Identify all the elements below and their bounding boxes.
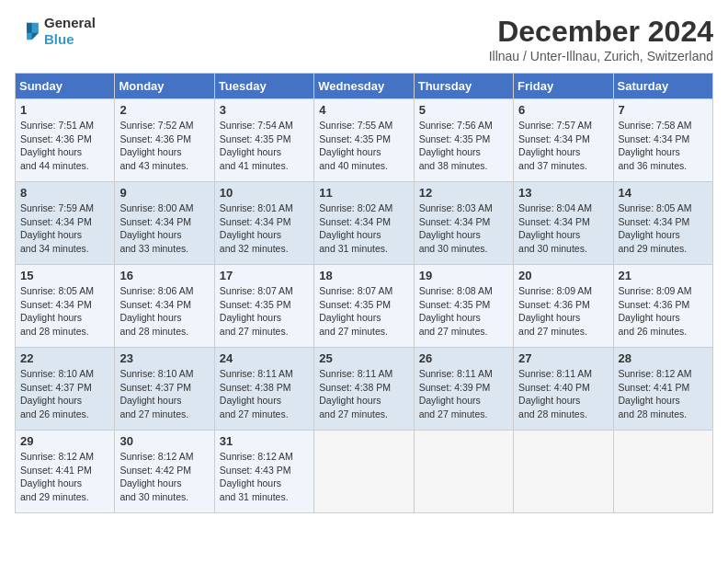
day-detail: Sunrise: 8:10 AMSunset: 4:37 PMDaylight … bbox=[119, 368, 193, 419]
day-detail: Sunrise: 8:04 AMSunset: 4:34 PMDaylight … bbox=[518, 202, 592, 254]
calendar-cell: 30 Sunrise: 8:12 AMSunset: 4:42 PMDaylig… bbox=[115, 431, 214, 513]
day-number: 22 bbox=[20, 351, 109, 365]
day-detail: Sunrise: 7:52 AMSunset: 4:36 PMDaylight … bbox=[119, 120, 193, 171]
calendar-cell: 17 Sunrise: 8:07 AMSunset: 4:35 PMDaylig… bbox=[214, 265, 313, 348]
calendar-week-5: 29 Sunrise: 8:12 AMSunset: 4:41 PMDaylig… bbox=[16, 431, 713, 513]
day-number: 27 bbox=[518, 351, 608, 365]
calendar-cell bbox=[314, 431, 414, 513]
weekday-header-wednesday: Wednesday bbox=[314, 74, 414, 99]
day-number: 31 bbox=[220, 434, 309, 448]
day-detail: Sunrise: 8:11 AMSunset: 4:38 PMDaylight … bbox=[319, 368, 392, 419]
calendar-week-3: 15 Sunrise: 8:05 AMSunset: 4:34 PMDaylig… bbox=[16, 265, 713, 348]
day-detail: Sunrise: 8:11 AMSunset: 4:40 PMDaylight … bbox=[518, 368, 592, 419]
calendar-cell: 26 Sunrise: 8:11 AMSunset: 4:39 PMDaylig… bbox=[414, 348, 513, 431]
day-detail: Sunrise: 7:55 AMSunset: 4:35 PMDaylight … bbox=[319, 120, 392, 171]
logo: General Blue bbox=[15, 15, 96, 48]
day-number: 25 bbox=[319, 351, 408, 365]
day-detail: Sunrise: 7:54 AMSunset: 4:35 PMDaylight … bbox=[220, 120, 293, 171]
month-title: December 2024 bbox=[489, 15, 713, 49]
calendar-cell: 16 Sunrise: 8:06 AMSunset: 4:34 PMDaylig… bbox=[115, 265, 214, 348]
day-detail: Sunrise: 8:00 AMSunset: 4:34 PMDaylight … bbox=[119, 202, 193, 254]
calendar-cell: 22 Sunrise: 8:10 AMSunset: 4:37 PMDaylig… bbox=[16, 348, 115, 431]
day-detail: Sunrise: 8:10 AMSunset: 4:37 PMDaylight … bbox=[20, 368, 94, 419]
day-detail: Sunrise: 7:59 AMSunset: 4:34 PMDaylight … bbox=[20, 202, 94, 254]
logo-text-general: General bbox=[44, 15, 96, 30]
day-detail: Sunrise: 8:07 AMSunset: 4:35 PMDaylight … bbox=[220, 285, 293, 337]
calendar-cell: 28 Sunrise: 8:12 AMSunset: 4:41 PMDaylig… bbox=[613, 348, 712, 431]
day-number: 17 bbox=[220, 269, 309, 282]
day-detail: Sunrise: 8:02 AMSunset: 4:34 PMDaylight … bbox=[319, 202, 392, 254]
day-number: 30 bbox=[119, 434, 209, 448]
day-detail: Sunrise: 8:03 AMSunset: 4:34 PMDaylight … bbox=[419, 202, 493, 254]
day-number: 28 bbox=[619, 351, 708, 365]
day-detail: Sunrise: 7:56 AMSunset: 4:35 PMDaylight … bbox=[419, 120, 493, 171]
calendar-cell: 29 Sunrise: 8:12 AMSunset: 4:41 PMDaylig… bbox=[16, 431, 115, 513]
day-detail: Sunrise: 8:12 AMSunset: 4:42 PMDaylight … bbox=[119, 451, 193, 502]
day-number: 26 bbox=[419, 351, 508, 365]
day-detail: Sunrise: 7:57 AMSunset: 4:34 PMDaylight … bbox=[518, 120, 592, 171]
weekday-header-friday: Friday bbox=[514, 74, 613, 99]
day-detail: Sunrise: 8:12 AMSunset: 4:43 PMDaylight … bbox=[220, 451, 293, 502]
svg-marker-1 bbox=[27, 23, 32, 33]
calendar-cell bbox=[613, 431, 712, 513]
day-detail: Sunrise: 8:05 AMSunset: 4:34 PMDaylight … bbox=[619, 202, 692, 254]
day-detail: Sunrise: 8:12 AMSunset: 4:41 PMDaylight … bbox=[20, 451, 94, 502]
day-number: 5 bbox=[419, 103, 508, 117]
calendar-cell: 12 Sunrise: 8:03 AMSunset: 4:34 PMDaylig… bbox=[414, 182, 513, 265]
day-number: 15 bbox=[20, 269, 109, 282]
calendar-cell bbox=[514, 431, 613, 513]
day-number: 19 bbox=[419, 269, 508, 282]
calendar-cell: 4 Sunrise: 7:55 AMSunset: 4:35 PMDayligh… bbox=[314, 99, 414, 182]
title-block: December 2024 Illnau / Unter-Illnau, Zur… bbox=[489, 15, 713, 63]
calendar-cell: 14 Sunrise: 8:05 AMSunset: 4:34 PMDaylig… bbox=[613, 182, 712, 265]
calendar-cell: 27 Sunrise: 8:11 AMSunset: 4:40 PMDaylig… bbox=[514, 348, 613, 431]
day-number: 13 bbox=[518, 186, 608, 200]
day-number: 20 bbox=[518, 269, 608, 282]
calendar-cell: 1 Sunrise: 7:51 AMSunset: 4:36 PMDayligh… bbox=[16, 99, 115, 182]
calendar-cell: 5 Sunrise: 7:56 AMSunset: 4:35 PMDayligh… bbox=[414, 99, 513, 182]
calendar-cell: 15 Sunrise: 8:05 AMSunset: 4:34 PMDaylig… bbox=[16, 265, 115, 348]
day-number: 14 bbox=[619, 186, 708, 200]
logo-text-blue: Blue bbox=[44, 31, 74, 47]
calendar-cell: 19 Sunrise: 8:08 AMSunset: 4:35 PMDaylig… bbox=[414, 265, 513, 348]
calendar-week-2: 8 Sunrise: 7:59 AMSunset: 4:34 PMDayligh… bbox=[16, 182, 713, 265]
day-number: 21 bbox=[619, 269, 708, 282]
day-number: 3 bbox=[220, 103, 309, 117]
day-number: 12 bbox=[419, 186, 508, 200]
calendar-week-4: 22 Sunrise: 8:10 AMSunset: 4:37 PMDaylig… bbox=[16, 348, 713, 431]
page-header: General Blue December 2024 Illnau / Unte… bbox=[15, 15, 713, 63]
day-number: 29 bbox=[20, 434, 109, 448]
day-detail: Sunrise: 8:11 AMSunset: 4:38 PMDaylight … bbox=[220, 368, 293, 419]
calendar-cell: 9 Sunrise: 8:00 AMSunset: 4:34 PMDayligh… bbox=[115, 182, 214, 265]
calendar-cell bbox=[414, 431, 513, 513]
weekday-header-saturday: Saturday bbox=[613, 74, 712, 99]
weekday-header-row: SundayMondayTuesdayWednesdayThursdayFrid… bbox=[16, 74, 713, 99]
day-number: 6 bbox=[518, 103, 608, 117]
day-detail: Sunrise: 8:09 AMSunset: 4:36 PMDaylight … bbox=[518, 285, 592, 337]
calendar-cell: 7 Sunrise: 7:58 AMSunset: 4:34 PMDayligh… bbox=[613, 99, 712, 182]
day-number: 18 bbox=[319, 269, 408, 282]
calendar-cell: 2 Sunrise: 7:52 AMSunset: 4:36 PMDayligh… bbox=[115, 99, 214, 182]
day-number: 1 bbox=[20, 103, 109, 117]
day-detail: Sunrise: 8:11 AMSunset: 4:39 PMDaylight … bbox=[419, 368, 493, 419]
day-number: 10 bbox=[220, 186, 309, 200]
day-number: 16 bbox=[119, 269, 209, 282]
calendar-cell: 24 Sunrise: 8:11 AMSunset: 4:38 PMDaylig… bbox=[214, 348, 313, 431]
day-detail: Sunrise: 7:51 AMSunset: 4:36 PMDaylight … bbox=[20, 120, 94, 171]
day-detail: Sunrise: 7:58 AMSunset: 4:34 PMDaylight … bbox=[619, 120, 692, 171]
calendar-cell: 23 Sunrise: 8:10 AMSunset: 4:37 PMDaylig… bbox=[115, 348, 214, 431]
day-detail: Sunrise: 8:09 AMSunset: 4:36 PMDaylight … bbox=[619, 285, 692, 337]
weekday-header-tuesday: Tuesday bbox=[214, 74, 313, 99]
day-number: 11 bbox=[319, 186, 408, 200]
weekday-header-thursday: Thursday bbox=[414, 74, 513, 99]
day-number: 9 bbox=[119, 186, 209, 200]
logo-icon bbox=[15, 21, 40, 41]
calendar-table: SundayMondayTuesdayWednesdayThursdayFrid… bbox=[15, 73, 713, 513]
weekday-header-monday: Monday bbox=[115, 74, 214, 99]
day-detail: Sunrise: 8:07 AMSunset: 4:35 PMDaylight … bbox=[319, 285, 392, 337]
day-detail: Sunrise: 8:08 AMSunset: 4:35 PMDaylight … bbox=[419, 285, 493, 337]
calendar-cell: 8 Sunrise: 7:59 AMSunset: 4:34 PMDayligh… bbox=[16, 182, 115, 265]
day-number: 8 bbox=[20, 186, 109, 200]
day-number: 7 bbox=[619, 103, 708, 117]
calendar-cell: 3 Sunrise: 7:54 AMSunset: 4:35 PMDayligh… bbox=[214, 99, 313, 182]
